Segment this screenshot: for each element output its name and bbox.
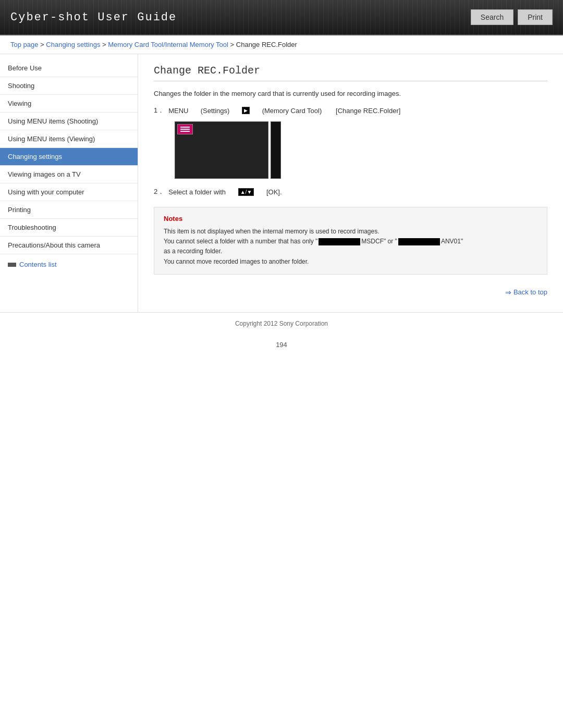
breadcrumb-sep1: >	[39, 41, 46, 48]
step-1-menu: MENU	[168, 107, 188, 115]
notes-text: This item is not displayed when the inte…	[164, 227, 537, 267]
back-to-top-label: Back to top	[513, 288, 547, 296]
app-title: Cyber-shot User Guide	[10, 11, 177, 24]
notes-box: Notes This item is not displayed when th…	[154, 207, 547, 275]
copyright-text: Copyright 2012 Sony Corporation	[235, 320, 328, 327]
camera-side-bar	[271, 121, 281, 179]
menu-line-2	[180, 129, 190, 130]
step-1-number: 1．	[154, 106, 164, 115]
sidebar-item-viewing[interactable]: Viewing	[0, 95, 138, 113]
camera-display	[175, 121, 268, 179]
step-1: 1． MENU (Settings) ▶ (Memory Card Tool) …	[154, 106, 547, 115]
menu-lines	[179, 125, 191, 133]
sidebar-item-troubleshooting[interactable]: Troubleshooting	[0, 219, 138, 237]
step-1-change-folder: [Change REC.Folder]	[336, 107, 400, 115]
notes-line-2-prefix: You cannot select a folder with a number…	[164, 238, 317, 245]
sidebar-item-before-use[interactable]: Before Use	[0, 59, 138, 77]
sidebar-item-shooting[interactable]: Shooting	[0, 77, 138, 95]
sidebar-item-precautions[interactable]: Precautions/About this camera	[0, 237, 138, 254]
breadcrumb-sep2: >	[100, 41, 108, 48]
sidebar-item-menu-shooting[interactable]: Using MENU items (Shooting)	[0, 113, 138, 130]
notes-line-2-msdcf: MSDCF" or "	[361, 238, 397, 245]
step-2-number: 2．	[154, 187, 164, 196]
camera-screenshot	[175, 121, 547, 179]
content-footer: ⇒ Back to top	[154, 283, 547, 302]
memory-card-icon: ▶	[242, 107, 250, 114]
up-down-icon: ▲/▼	[238, 188, 254, 196]
step-1-memory-card: (Memory Card Tool)	[262, 107, 322, 115]
redacted-block-2	[398, 238, 440, 245]
back-to-top-arrow-icon: ⇒	[505, 288, 511, 297]
notes-line-2-anv: ANV01"	[441, 238, 463, 245]
menu-line-3	[180, 131, 190, 132]
print-button[interactable]: Print	[518, 9, 553, 25]
page-number: 194	[0, 335, 563, 355]
menu-button-icon	[177, 124, 193, 134]
main-content: Change REC.Folder Changes the folder in …	[138, 54, 563, 312]
page-footer: Copyright 2012 Sony Corporation	[0, 312, 563, 335]
main-layout: Before Use Shooting Viewing Using MENU i…	[0, 54, 563, 312]
sidebar-item-menu-viewing[interactable]: Using MENU items (Viewing)	[0, 130, 138, 148]
breadcrumb-current: Change REC.Folder	[236, 41, 297, 48]
breadcrumb-sep3: >	[228, 41, 236, 48]
page-title: Change REC.Folder	[154, 65, 547, 81]
back-to-top-link[interactable]: ⇒ Back to top	[505, 288, 547, 297]
header: Cyber-shot User Guide Search Print	[0, 0, 563, 35]
sidebar-item-printing[interactable]: Printing	[0, 201, 138, 219]
sidebar-item-using-computer[interactable]: Using with your computer	[0, 183, 138, 201]
content-description: Changes the folder in the memory card th…	[154, 90, 547, 97]
notes-title: Notes	[164, 215, 537, 223]
breadcrumb-memory-card-tool[interactable]: Memory Card Tool/Internal Memory Tool	[108, 41, 228, 48]
sidebar-item-viewing-tv[interactable]: Viewing images on a TV	[0, 166, 138, 183]
notes-line-2: You cannot select a folder with a number…	[164, 237, 537, 246]
step-2-ok: [OK].	[266, 188, 282, 196]
search-button[interactable]: Search	[471, 9, 513, 25]
contents-list-label: Contents list	[19, 261, 57, 268]
notes-line-4: You cannot move recorded images to anoth…	[164, 257, 537, 267]
header-actions: Search Print	[471, 9, 553, 25]
contents-list-icon	[8, 263, 16, 267]
breadcrumb-changing-settings[interactable]: Changing settings	[46, 41, 100, 48]
step-2-text: Select a folder with	[168, 188, 226, 196]
contents-list-link[interactable]: Contents list	[0, 254, 138, 275]
menu-line-1	[180, 127, 190, 128]
notes-line-1: This item is not displayed when the inte…	[164, 227, 537, 237]
redacted-block-1	[319, 238, 360, 245]
step-2: 2． Select a folder with ▲/▼ [OK].	[154, 187, 547, 196]
notes-line-3: as a recording folder.	[164, 246, 537, 256]
breadcrumb-top-page[interactable]: Top page	[10, 41, 39, 48]
sidebar-item-changing-settings[interactable]: Changing settings	[0, 148, 138, 166]
step-1-settings: (Settings)	[201, 107, 230, 115]
breadcrumb: Top page > Changing settings > Memory Ca…	[0, 35, 563, 54]
sidebar: Before Use Shooting Viewing Using MENU i…	[0, 54, 138, 312]
